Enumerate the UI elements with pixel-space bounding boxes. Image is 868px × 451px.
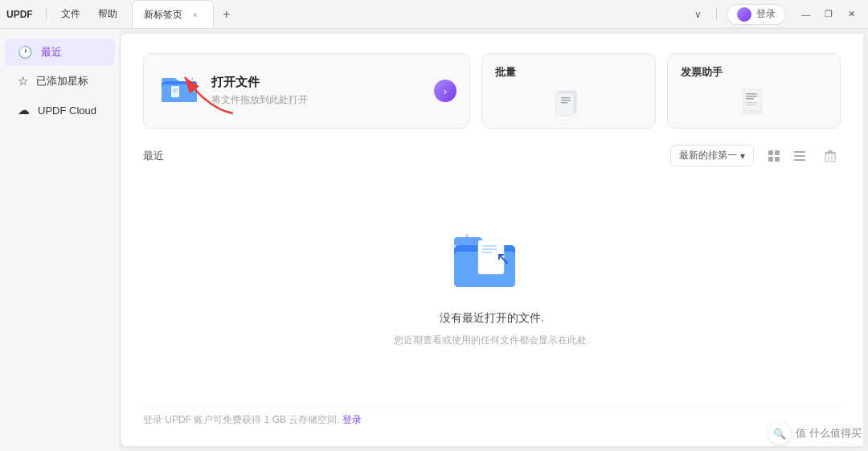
tab-close-button[interactable]: × [189, 8, 202, 21]
star-icon: ☆ [18, 74, 28, 88]
recent-icon: 🕐 [18, 45, 33, 59]
svg-rect-10 [556, 93, 574, 116]
sidebar-item-starred[interactable]: ☆ 已添加星标 [5, 68, 115, 95]
file-menu[interactable]: 文件 [53, 4, 88, 24]
footer-text: 登录 UPDF 账户可免费获得 1 GB 云存储空间. [143, 414, 340, 425]
title-bar-right: ∨ 登录 — ❐ ✕ [690, 4, 862, 25]
svg-rect-16 [746, 96, 757, 97]
grid-view-button[interactable] [764, 146, 784, 166]
svg-rect-27 [794, 159, 805, 161]
grid-icon [768, 150, 780, 162]
empty-state-subtitle: 您近期查看或使用的任何文件都会显示在此处. [394, 334, 589, 347]
svg-point-40 [471, 238, 476, 243]
sort-label: 最新的排第一 [679, 149, 737, 162]
svg-rect-21 [768, 150, 773, 155]
trash-icon [824, 150, 837, 162]
main-layout: 🕐 最近 ☆ 已添加星标 ☁ UPDF Cloud [0, 29, 868, 451]
list-icon [793, 150, 806, 162]
svg-rect-17 [746, 98, 754, 100]
divider2 [716, 8, 717, 21]
svg-point-8 [190, 84, 191, 85]
svg-rect-18 [746, 102, 757, 104]
svg-rect-30 [828, 150, 833, 152]
user-avatar [737, 7, 751, 22]
arrow-icon: › [444, 85, 447, 97]
svg-rect-12 [561, 100, 571, 101]
svg-rect-24 [775, 157, 780, 162]
svg-point-6 [188, 80, 190, 83]
svg-rect-13 [561, 102, 567, 104]
svg-rect-28 [825, 154, 835, 162]
window-controls: — ❐ ✕ [796, 6, 862, 23]
sidebar-item-starred-label: 已添加星标 [36, 74, 88, 88]
empty-state-title: 没有最近打开的文件. [440, 311, 544, 326]
footer-login-link[interactable]: 登录 [342, 414, 362, 425]
batch-icon [555, 88, 581, 117]
svg-point-41 [465, 234, 469, 237]
open-file-arrow: › [434, 80, 457, 102]
help-menu[interactable]: 帮助 [90, 4, 125, 24]
content-area: 打开文件 将文件拖放到此处打开 › 批量 [121, 34, 863, 446]
footer: 登录 UPDF 账户可免费获得 1 GB 云存储空间. 登录 [143, 406, 841, 427]
svg-rect-5 [173, 92, 176, 92]
title-bar: UPDF 文件 帮助 新标签页 × + ∨ 登录 — ❐ ✕ [0, 0, 868, 29]
svg-point-42 [457, 240, 461, 244]
tab-label: 新标签页 [144, 8, 182, 22]
empty-state: ↖ 没有最近打开的文件. 您近期查看或使用的任何文件都会显示在此处. [143, 179, 841, 406]
sidebar-item-recent-label: 最近 [41, 45, 62, 59]
empty-folder-illustration: ↖ [448, 223, 536, 303]
cloud-icon: ☁ [18, 103, 30, 117]
svg-rect-38 [482, 252, 492, 253]
delete-button[interactable] [820, 146, 841, 166]
tabs-area: 新标签页 × + [132, 0, 690, 28]
menu-bar: 文件 帮助 [53, 4, 125, 24]
recent-label: 最近 [143, 149, 661, 163]
open-file-text: 打开文件 将文件拖放到此处打开 [211, 75, 308, 107]
svg-rect-37 [482, 248, 497, 250]
minimize-button[interactable]: — [796, 6, 817, 23]
sidebar: 🕐 最近 ☆ 已添加星标 ☁ UPDF Cloud [0, 29, 121, 451]
svg-point-7 [191, 78, 193, 80]
receipt-icon [741, 88, 767, 117]
open-file-subtitle: 将文件拖放到此处打开 [211, 93, 308, 107]
svg-rect-11 [561, 97, 571, 99]
dropdown-arrow[interactable]: ∨ [690, 7, 706, 22]
svg-rect-25 [794, 151, 805, 153]
sidebar-item-cloud[interactable]: ☁ UPDF Cloud [5, 96, 115, 124]
assistant-card-title: 发票助手 [681, 65, 723, 80]
close-button[interactable]: ✕ [841, 6, 862, 23]
sidebar-item-cloud-label: UPDF Cloud [38, 105, 96, 117]
folder-icon-wrap [160, 73, 199, 109]
view-icons [764, 146, 810, 166]
new-tab-button[interactable]: + [217, 5, 236, 24]
divider [46, 8, 47, 21]
sort-arrow-icon: ▾ [740, 150, 745, 162]
sort-select[interactable]: 最新的排第一 ▾ [670, 145, 754, 166]
folder-icon [160, 73, 199, 105]
open-file-card[interactable]: 打开文件 将文件拖放到此处打开 › [143, 53, 470, 129]
login-label: 登录 [756, 7, 776, 21]
svg-rect-19 [746, 105, 757, 106]
svg-rect-23 [768, 157, 773, 162]
svg-rect-15 [746, 93, 757, 95]
app-logo: UPDF [6, 9, 33, 20]
svg-rect-3 [173, 88, 178, 89]
svg-rect-4 [173, 90, 178, 91]
svg-rect-26 [794, 155, 805, 157]
svg-rect-29 [825, 152, 836, 154]
assistant-card[interactable]: 发票助手 [667, 53, 841, 129]
batch-card-title: 批量 [495, 65, 516, 80]
svg-rect-14 [743, 89, 761, 113]
restore-button[interactable]: ❐ [818, 6, 839, 23]
login-button[interactable]: 登录 [727, 4, 786, 25]
svg-rect-22 [775, 150, 780, 155]
open-file-title: 打开文件 [211, 75, 308, 90]
svg-rect-36 [482, 245, 497, 247]
sidebar-item-recent[interactable]: 🕐 最近 [5, 39, 115, 66]
new-tab[interactable]: 新标签页 × [132, 0, 214, 28]
list-view-button[interactable] [789, 146, 810, 166]
svg-text:↖: ↖ [496, 248, 510, 269]
cards-row: 打开文件 将文件拖放到此处打开 › 批量 [143, 53, 841, 129]
toolbar-row: 最近 最新的排第一 ▾ [143, 145, 841, 166]
batch-card[interactable]: 批量 [481, 53, 656, 129]
